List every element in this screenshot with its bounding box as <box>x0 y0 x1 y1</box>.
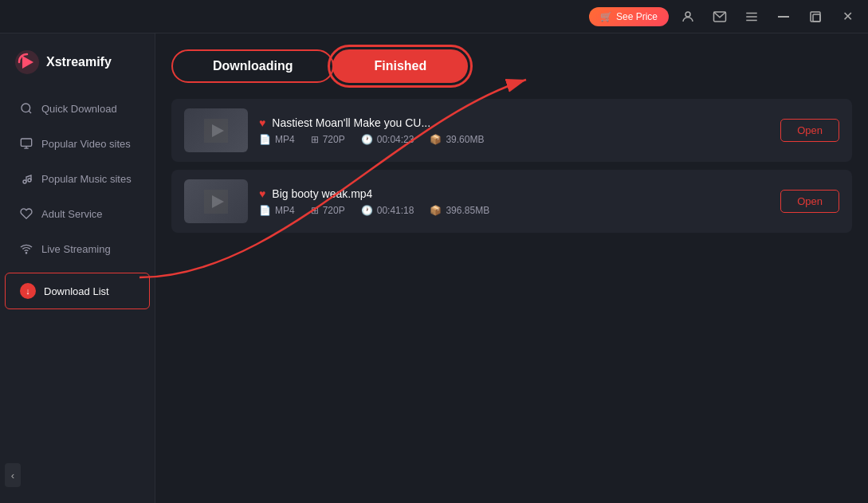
live-streaming-icon <box>19 242 33 256</box>
open-label-1: Open <box>797 124 823 136</box>
meta-resolution-1: ⊞ 720P <box>311 134 345 145</box>
svg-point-10 <box>22 104 30 112</box>
live-streaming-label: Live Streaming <box>41 243 111 255</box>
table-row: ♥ Nastiest Moan'll Make you CU... 📄 MP4 … <box>171 99 852 162</box>
see-price-button[interactable]: 🛒 See Price <box>589 7 669 26</box>
see-price-label: See Price <box>616 11 658 22</box>
sidebar: Xstreamify Quick Download Popular Video … <box>0 33 155 503</box>
item-format-1: MP4 <box>275 134 295 145</box>
tabs-container: Downloading Finished <box>171 49 852 83</box>
download-list-icon: ↓ <box>20 283 36 299</box>
item-duration-2: 00:41:18 <box>377 205 414 216</box>
meta-duration-1: 🕐 00:04:23 <box>361 134 414 145</box>
content-area: Downloading Finished ♥ Nasties <box>155 33 868 503</box>
close-icon[interactable]: ✕ <box>835 4 860 29</box>
item-info-2: ♥ Big booty weak.mp4 📄 MP4 ⊞ 720P <box>259 187 769 216</box>
download-list-container: ♥ Nastiest Moan'll Make you CU... 📄 MP4 … <box>171 99 852 233</box>
meta-size-1: 📦 39.60MB <box>430 134 484 145</box>
svg-rect-12 <box>21 139 31 146</box>
item-duration-1: 00:04:23 <box>377 134 414 145</box>
meta-duration-2: 🕐 00:41:18 <box>361 205 414 216</box>
svg-point-1 <box>685 12 690 17</box>
clock-icon-1: 🕐 <box>361 134 373 145</box>
meta-resolution-2: ⊞ 720P <box>311 205 345 216</box>
item-meta-1: 📄 MP4 ⊞ 720P 🕐 00:04:23 📦 <box>259 134 769 145</box>
titlebar: 🛒 See Price ✕ <box>0 0 868 33</box>
heart-icon-2: ♥ <box>259 187 265 200</box>
file-icon-1: 📦 <box>430 134 442 145</box>
format-icon-2: 📄 <box>259 205 271 216</box>
quick-download-icon <box>19 101 33 116</box>
popular-music-label: Popular Music sites <box>41 173 132 185</box>
file-icon-2: 📦 <box>430 205 442 216</box>
popular-video-icon <box>19 136 33 151</box>
sidebar-item-popular-music[interactable]: Popular Music sites <box>5 162 150 195</box>
format-icon-1: 📄 <box>259 134 271 145</box>
minimize-icon[interactable] <box>771 4 796 29</box>
maximize-icon[interactable] <box>803 4 828 29</box>
heart-icon-1: ♥ <box>259 116 265 129</box>
sidebar-item-live-streaming[interactable]: Live Streaming <box>5 232 150 265</box>
video-thumbnail-2 <box>184 179 248 223</box>
item-size-2: 396.85MB <box>446 205 489 216</box>
cart-icon: 🛒 <box>600 11 612 22</box>
item-size-1: 39.60MB <box>446 134 484 145</box>
open-button-2[interactable]: Open <box>780 190 839 213</box>
app-logo: Xstreamify <box>0 41 155 91</box>
svg-line-11 <box>29 111 31 113</box>
sidebar-item-download-list[interactable]: ↓ Download List <box>5 273 150 309</box>
main-layout: Xstreamify Quick Download Popular Video … <box>0 33 868 503</box>
adult-service-icon <box>19 206 33 221</box>
item-title-row-1: ♥ Nastiest Moan'll Make you CU... <box>259 116 769 129</box>
item-resolution-1: 720P <box>323 134 345 145</box>
sidebar-collapse-button[interactable]: ‹ <box>5 463 21 487</box>
account-icon[interactable] <box>675 4 701 29</box>
app-name: Xstreamify <box>46 55 112 69</box>
svg-rect-7 <box>811 12 820 22</box>
item-info-1: ♥ Nastiest Moan'll Make you CU... 📄 MP4 … <box>259 116 769 145</box>
item-resolution-2: 720P <box>323 205 345 216</box>
sidebar-item-adult-service[interactable]: Adult Service <box>5 197 150 230</box>
item-title-2: Big booty weak.mp4 <box>272 187 372 200</box>
tab-finished-label: Finished <box>374 59 426 73</box>
tab-downloading[interactable]: Downloading <box>171 49 334 83</box>
meta-format-1: 📄 MP4 <box>259 134 295 145</box>
video-thumbnail-1 <box>184 108 248 152</box>
menu-icon[interactable] <box>739 4 764 29</box>
meta-format-2: 📄 MP4 <box>259 205 295 216</box>
item-title-row-2: ♥ Big booty weak.mp4 <box>259 187 769 200</box>
download-list-label: Download List <box>44 285 109 297</box>
resolution-icon-2: ⊞ <box>311 205 319 216</box>
table-row: ♥ Big booty weak.mp4 📄 MP4 ⊞ 720P <box>171 170 852 233</box>
item-meta-2: 📄 MP4 ⊞ 720P 🕐 00:41:18 📦 <box>259 205 769 216</box>
sidebar-item-quick-download[interactable]: Quick Download <box>5 92 150 125</box>
clock-icon-2: 🕐 <box>361 205 373 216</box>
item-format-2: MP4 <box>275 205 295 216</box>
svg-rect-8 <box>813 14 820 22</box>
item-title-1: Nastiest Moan'll Make you CU... <box>272 116 430 129</box>
titlebar-actions: 🛒 See Price ✕ <box>589 4 860 29</box>
tab-downloading-label: Downloading <box>213 59 293 73</box>
popular-music-icon <box>19 171 33 186</box>
open-button-1[interactable]: Open <box>780 119 839 142</box>
quick-download-label: Quick Download <box>41 103 117 115</box>
tab-finished[interactable]: Finished <box>332 49 468 83</box>
open-label-2: Open <box>797 195 823 207</box>
adult-service-label: Adult Service <box>41 208 103 220</box>
svg-point-17 <box>26 253 26 253</box>
popular-video-label: Popular Video sites <box>41 138 131 150</box>
mail-icon[interactable] <box>707 4 732 29</box>
meta-size-2: 📦 396.85MB <box>430 205 489 216</box>
sidebar-item-popular-video[interactable]: Popular Video sites <box>5 127 150 160</box>
resolution-icon-1: ⊞ <box>311 134 319 145</box>
